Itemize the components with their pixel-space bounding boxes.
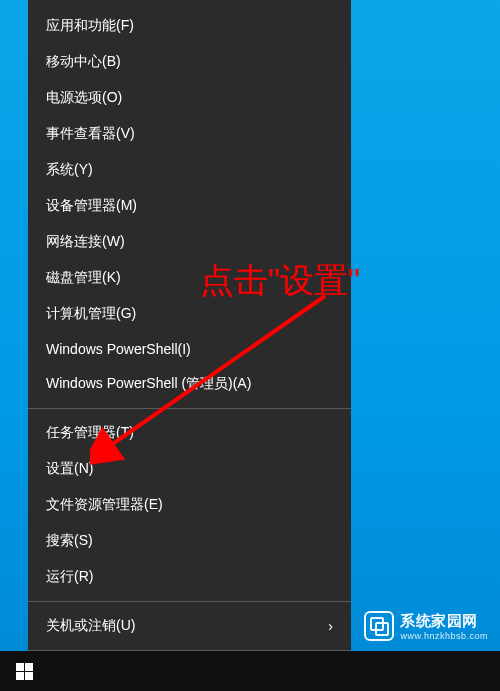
menu-item-settings[interactable]: 设置(N)	[28, 451, 351, 487]
watermark: 系统家园网 www.hnzkhbsb.com	[364, 611, 488, 641]
menu-item-label: 搜索(S)	[46, 532, 93, 550]
menu-divider	[28, 601, 351, 602]
menu-divider	[28, 408, 351, 409]
menu-item-label: 计算机管理(G)	[46, 305, 136, 323]
winx-context-menu: 应用和功能(F) 移动中心(B) 电源选项(O) 事件查看器(V) 系统(Y) …	[28, 0, 351, 691]
menu-item-label: 运行(R)	[46, 568, 93, 586]
menu-item-label: 任务管理器(T)	[46, 424, 134, 442]
menu-item-label: 应用和功能(F)	[46, 17, 134, 35]
menu-item-label: 系统(Y)	[46, 161, 93, 179]
menu-item-network-connections[interactable]: 网络连接(W)	[28, 224, 351, 260]
menu-item-label: 移动中心(B)	[46, 53, 121, 71]
menu-item-mobility-center[interactable]: 移动中心(B)	[28, 44, 351, 80]
chevron-right-icon: ›	[328, 619, 333, 633]
annotation-label: 点击"设置"	[200, 258, 360, 304]
menu-item-task-manager[interactable]: 任务管理器(T)	[28, 415, 351, 451]
menu-item-label: Windows PowerShell (管理员)(A)	[46, 375, 251, 393]
desktop-background: 应用和功能(F) 移动中心(B) 电源选项(O) 事件查看器(V) 系统(Y) …	[0, 0, 500, 691]
menu-item-shutdown-signout[interactable]: 关机或注销(U) ›	[28, 608, 351, 644]
menu-item-label: 设置(N)	[46, 460, 93, 478]
menu-item-label: 事件查看器(V)	[46, 125, 135, 143]
taskbar	[0, 651, 500, 691]
menu-item-search[interactable]: 搜索(S)	[28, 523, 351, 559]
watermark-url: www.hnzkhbsb.com	[400, 631, 488, 641]
menu-item-apps-features[interactable]: 应用和功能(F)	[28, 8, 351, 44]
windows-logo-icon	[16, 663, 33, 680]
menu-item-powershell-admin[interactable]: Windows PowerShell (管理员)(A)	[28, 366, 351, 402]
menu-item-system[interactable]: 系统(Y)	[28, 152, 351, 188]
menu-item-label: Windows PowerShell(I)	[46, 341, 191, 357]
menu-item-label: 磁盘管理(K)	[46, 269, 121, 287]
menu-item-label: 网络连接(W)	[46, 233, 125, 251]
menu-item-device-manager[interactable]: 设备管理器(M)	[28, 188, 351, 224]
menu-item-label: 设备管理器(M)	[46, 197, 137, 215]
menu-item-label: 文件资源管理器(E)	[46, 496, 163, 514]
menu-item-label: 关机或注销(U)	[46, 617, 135, 635]
start-button[interactable]	[0, 651, 48, 691]
menu-item-run[interactable]: 运行(R)	[28, 559, 351, 595]
menu-item-file-explorer[interactable]: 文件资源管理器(E)	[28, 487, 351, 523]
watermark-logo-icon	[364, 611, 394, 641]
menu-item-event-viewer[interactable]: 事件查看器(V)	[28, 116, 351, 152]
watermark-title: 系统家园网	[400, 612, 488, 631]
menu-item-powershell[interactable]: Windows PowerShell(I)	[28, 332, 351, 366]
menu-item-label: 电源选项(O)	[46, 89, 122, 107]
menu-item-power-options[interactable]: 电源选项(O)	[28, 80, 351, 116]
